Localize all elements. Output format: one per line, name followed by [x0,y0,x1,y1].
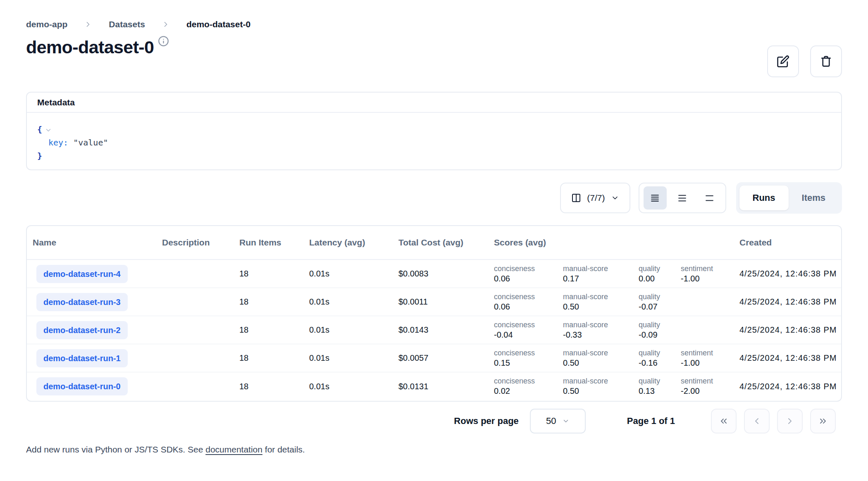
json-close-brace: } [37,149,42,162]
row-height-large-icon [704,193,715,203]
table-row[interactable]: demo-dataset-run-2 18 0.01s $0.0143 conc… [27,316,841,344]
tab-runs[interactable]: Runs [739,186,789,210]
trash-icon [820,55,832,68]
json-key: key: [48,136,68,149]
column-header-scores[interactable]: Scores (avg) [494,238,739,248]
footer-note: Add new runs via Python or JS/TS SDKs. S… [26,445,305,455]
info-icon[interactable] [158,36,169,47]
cell-scores: conciseness0.06 manual-score0.50 quality… [494,288,739,316]
breadcrumb-datasets[interactable]: Datasets [109,19,145,29]
cell-total-cost: $0.0143 [398,325,494,335]
cell-scores: conciseness-0.04 manual-score-0.33 quali… [494,316,739,344]
title-row: demo-dataset-0 [26,35,169,60]
run-name-link[interactable]: demo-dataset-run-1 [36,349,128,367]
page-indicator: Page 1 of 1 [627,416,675,426]
cell-created: 4/25/2024, 12:46:38 PM [739,297,841,307]
score-cell: manual-score0.17 [563,264,639,284]
rows-per-page-value: 50 [546,416,556,426]
runs-items-tabs: Runs Items [736,182,842,214]
chevron-right-icon [84,20,92,29]
cell-total-cost: $0.0083 [398,269,494,279]
metadata-header: Metadata [27,93,841,113]
rows-per-page-select[interactable]: 50 [530,409,586,433]
cell-run-items: 18 [239,269,309,279]
cell-created: 4/25/2024, 12:46:38 PM [739,353,841,363]
score-cell: sentiment-2.00 [681,376,739,396]
cell-total-cost: $0.0131 [398,382,494,391]
metadata-panel: Metadata { key: "value" } [26,92,842,170]
next-page-button[interactable] [777,409,803,433]
dataset-detail-page: demo-app Datasets demo-dataset-0 demo-da… [0,0,868,481]
table-toolbar: (7/7) Runs Items [560,182,842,214]
row-height-medium-button[interactable] [671,186,694,210]
page-title: demo-dataset-0 [26,35,154,60]
column-visibility-button[interactable]: (7/7) [560,183,630,213]
score-cell: quality-0.16 [639,348,681,368]
delete-dataset-button[interactable] [810,45,842,77]
cell-run-items: 18 [239,382,309,391]
cell-scores: conciseness0.15 manual-score0.50 quality… [494,344,739,372]
runs-table: Name Description Run Items Latency (avg)… [26,225,842,402]
cell-latency: 0.01s [309,269,398,279]
first-page-button[interactable] [711,409,737,433]
column-header-name[interactable]: Name [33,238,162,248]
score-cell: manual-score0.50 [563,376,639,396]
run-name-link[interactable]: demo-dataset-run-4 [36,265,128,283]
score-cell: conciseness0.02 [494,376,563,396]
run-name-link[interactable]: demo-dataset-run-2 [36,321,128,339]
score-cell: quality-0.07 [639,292,681,312]
score-cell: conciseness0.06 [494,264,563,284]
chevron-right-icon [162,20,170,29]
cell-total-cost: $0.0011 [398,297,494,307]
run-name-link[interactable]: demo-dataset-run-3 [36,293,128,311]
table-row[interactable]: demo-dataset-run-3 18 0.01s $0.0011 conc… [27,288,841,316]
score-cell: manual-score0.50 [563,348,639,368]
score-cell: conciseness0.06 [494,292,563,312]
score-cell: quality-0.09 [639,320,681,340]
score-cell: manual-score0.50 [563,292,639,312]
row-height-small-button[interactable] [644,186,667,210]
last-page-button[interactable] [810,409,836,433]
cell-scores: conciseness0.06 manual-score0.17 quality… [494,260,739,288]
column-header-total-cost[interactable]: Total Cost (avg) [398,238,494,248]
previous-page-button[interactable] [744,409,770,433]
column-header-created[interactable]: Created [739,238,841,248]
cell-latency: 0.01s [309,325,398,335]
edit-icon [777,55,789,68]
cell-created: 4/25/2024, 12:46:38 PM [739,269,841,279]
score-cell: quality0.13 [639,376,681,396]
chevron-left-icon [752,416,762,426]
footer-text-after: for details. [262,445,305,454]
cell-run-items: 18 [239,297,309,307]
column-header-description[interactable]: Description [162,238,239,248]
table-row[interactable]: demo-dataset-run-1 18 0.01s $0.0057 conc… [27,344,841,372]
collapse-chevron-icon[interactable] [45,126,52,134]
score-cell: sentiment-1.00 [681,264,739,284]
score-cell: conciseness-0.04 [494,320,563,340]
score-cell: conciseness0.15 [494,348,563,368]
score-cell: quality0.00 [639,264,681,284]
table-header-row: Name Description Run Items Latency (avg)… [27,226,841,260]
table-row[interactable]: demo-dataset-run-0 18 0.01s $0.0131 conc… [27,372,841,400]
chevron-down-icon [611,194,619,202]
pagination-buttons [711,409,836,433]
documentation-link[interactable]: documentation [205,445,262,454]
score-cell: sentiment-1.00 [681,348,739,368]
metadata-title: Metadata [37,98,75,107]
footer-text-before: Add new runs via Python or JS/TS SDKs. S… [26,445,205,454]
table-row[interactable]: demo-dataset-run-4 18 0.01s $0.0083 conc… [27,260,841,288]
edit-dataset-button[interactable] [767,45,799,77]
chevrons-right-icon [818,416,828,426]
column-header-run-items[interactable]: Run Items [239,238,309,248]
breadcrumb-project[interactable]: demo-app [26,19,67,29]
tab-items[interactable]: Items [789,186,839,210]
run-name-link[interactable]: demo-dataset-run-0 [36,377,128,395]
column-header-latency[interactable]: Latency (avg) [309,238,398,248]
cell-latency: 0.01s [309,382,398,391]
chevron-right-icon [785,416,795,426]
metadata-json-viewer: { key: "value" } [27,113,841,162]
row-height-large-button[interactable] [698,186,721,210]
cell-latency: 0.01s [309,297,398,307]
cell-run-items: 18 [239,353,309,363]
rows-per-page-label: Rows per page [454,416,518,426]
